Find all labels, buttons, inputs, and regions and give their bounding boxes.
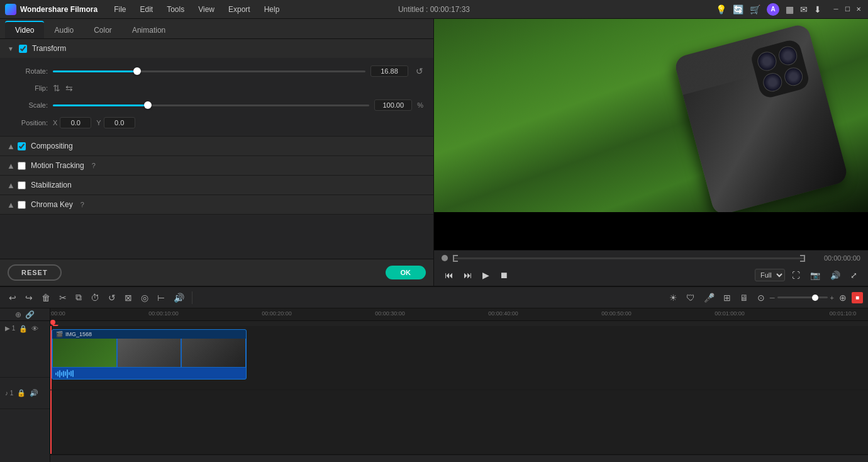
cut-button[interactable]: ✂ — [55, 290, 70, 305]
wave-bar — [65, 371, 66, 376]
reset-button[interactable]: RESET — [8, 264, 62, 281]
download-icon[interactable]: ⬇ — [814, 4, 821, 14]
menu-help[interactable]: Help — [258, 3, 286, 16]
transform-checkbox[interactable] — [19, 45, 27, 53]
stabilize-button[interactable]: ◎ — [137, 290, 152, 305]
chroma-key-title: Chroma Key — [31, 200, 73, 209]
tab-animation[interactable]: Animation — [122, 22, 175, 38]
panel-bottom: RESET OK — [0, 259, 433, 286]
stop-button[interactable]: ⏹ — [496, 268, 511, 282]
timeline-ruler[interactable]: 00:00:00:00 00:00:10:00 00:00:20:00 00:0… — [50, 308, 868, 321]
refresh-icon[interactable]: 🔄 — [733, 4, 743, 14]
expand-icon[interactable]: ⤢ — [847, 269, 860, 282]
rotation-button[interactable]: ↺ — [104, 290, 120, 305]
playhead-marker[interactable] — [50, 320, 55, 325]
play-button[interactable]: ▶ — [479, 268, 492, 282]
delete-button[interactable]: 🗑 — [38, 290, 54, 305]
speed-slider[interactable] — [777, 296, 828, 298]
y-label: Y — [96, 119, 101, 127]
split-button[interactable]: ⊢ — [153, 290, 169, 305]
lock-icon[interactable]: 🔒 — [19, 325, 28, 333]
motion-tracking-header[interactable]: ▶ Motion Tracking ? — [0, 156, 433, 175]
close-button[interactable]: ✕ — [854, 5, 863, 14]
tab-video[interactable]: Video — [5, 21, 44, 38]
position-y-input[interactable] — [104, 117, 135, 128]
add-btn[interactable]: ⊕ — [835, 290, 850, 305]
tab-audio[interactable]: Audio — [44, 22, 84, 38]
eye-icon[interactable]: 👁 — [31, 325, 38, 332]
chroma-key-help-icon[interactable]: ? — [81, 201, 84, 208]
scale-slider[interactable] — [53, 104, 369, 106]
rotate-slider[interactable] — [53, 70, 365, 72]
screen-record-btn[interactable]: 🖥 — [736, 290, 752, 305]
fullscreen-icon[interactable]: ⛶ — [789, 269, 803, 282]
audio-button[interactable]: 🔊 — [170, 290, 188, 305]
audio-volume-icon[interactable]: 🔊 — [30, 389, 38, 397]
circle-icon-btn[interactable]: ⊙ — [754, 290, 769, 305]
lightbulb-icon[interactable]: 💡 — [716, 4, 726, 14]
back-frame-button[interactable]: ⏭ — [460, 268, 476, 282]
scrubber-track[interactable] — [453, 257, 805, 259]
menu-edit[interactable]: Edit — [133, 3, 159, 16]
clip-thumb-1 — [53, 339, 116, 367]
menu-export[interactable]: Export — [222, 3, 257, 16]
layout-icon[interactable]: ▦ — [786, 4, 794, 14]
menu-file[interactable]: File — [108, 3, 132, 16]
link-icon[interactable]: 🔗 — [25, 310, 35, 319]
position-x-input[interactable] — [60, 117, 91, 128]
minimize-button[interactable]: ─ — [832, 5, 840, 14]
stabilization-header[interactable]: ▶ Stabilization — [0, 176, 433, 194]
audio-lock-icon[interactable]: 🔒 — [17, 389, 26, 397]
skip-back-button[interactable]: ⏮ — [442, 268, 457, 282]
ok-button[interactable]: OK — [386, 266, 426, 279]
timeline-scrollbar[interactable] — [50, 454, 868, 462]
transform-content: Rotate: ↺ Flip: ⇅ ⇆ — [0, 58, 433, 136]
out-point-icon — [800, 255, 805, 262]
menu-view[interactable]: View — [192, 3, 221, 16]
cart-icon[interactable]: 🛒 — [750, 4, 760, 14]
flip-vertical-icon[interactable]: ⇆ — [65, 83, 73, 93]
compositing-checkbox[interactable] — [18, 142, 26, 150]
motion-tracking-help-icon[interactable]: ? — [92, 162, 96, 169]
quality-select[interactable]: Full 1/2 1/4 — [755, 269, 785, 281]
track-add-btn[interactable]: ⊞ — [720, 290, 735, 305]
transform-section: ▼ Transform Rotate: ↺ — [0, 39, 433, 137]
mic-icon-btn[interactable]: 🎤 — [700, 290, 718, 305]
shield-icon-btn[interactable]: 🛡 — [682, 290, 699, 305]
undo-button[interactable]: ↩ — [5, 290, 20, 305]
flip-horizontal-icon[interactable]: ⇅ — [53, 83, 60, 93]
sun-icon-btn[interactable]: ☀ — [665, 290, 681, 305]
scrubber-dot[interactable] — [442, 255, 448, 261]
position-x-coord: X — [53, 117, 91, 128]
video-clip[interactable]: 🎬 IMG_1568 — [52, 329, 247, 380]
chroma-key-header[interactable]: ▶ Chroma Key ? — [0, 195, 433, 214]
motion-tracking-checkbox[interactable] — [18, 162, 26, 170]
position-y-coord: Y — [96, 117, 135, 128]
crop-button[interactable]: ⊠ — [121, 290, 136, 305]
mail-icon[interactable]: ✉ — [800, 4, 808, 14]
volume-icon[interactable]: 🔊 — [827, 269, 843, 282]
motion-tracking-title: Motion Tracking — [31, 161, 84, 170]
compositing-header[interactable]: ▶ Compositing — [0, 137, 433, 155]
wave-bar — [63, 371, 64, 377]
chroma-key-chevron-icon: ▶ — [7, 202, 14, 207]
speed-button[interactable]: ⏱ — [87, 290, 103, 305]
user-avatar[interactable]: A — [767, 3, 779, 16]
add-track-icon[interactable]: ⊕ — [15, 310, 21, 319]
rotate-value-input[interactable] — [370, 65, 408, 77]
scale-value-input[interactable] — [374, 99, 412, 111]
position-row: Position: X Y — [10, 117, 423, 128]
transform-header[interactable]: ▼ Transform — [0, 39, 433, 58]
record-button[interactable]: ■ — [852, 292, 863, 303]
copy-button[interactable]: ⧉ — [72, 290, 86, 305]
redo-button[interactable]: ↪ — [21, 290, 36, 305]
stabilization-checkbox[interactable] — [18, 181, 26, 189]
timeline-tracks: 00:00:00:00 00:00:10:00 00:00:20:00 00:0… — [50, 308, 868, 462]
maximize-button[interactable]: ☐ — [843, 5, 852, 14]
menu-tools[interactable]: Tools — [160, 3, 191, 16]
tab-color[interactable]: Color — [84, 22, 122, 38]
snapshot-icon[interactable]: 📷 — [807, 269, 823, 282]
rotate-reset-icon[interactable]: ↺ — [416, 66, 423, 76]
ruler-mark-3: 00:00:30:00 — [375, 310, 405, 317]
chroma-key-checkbox[interactable] — [18, 201, 26, 209]
